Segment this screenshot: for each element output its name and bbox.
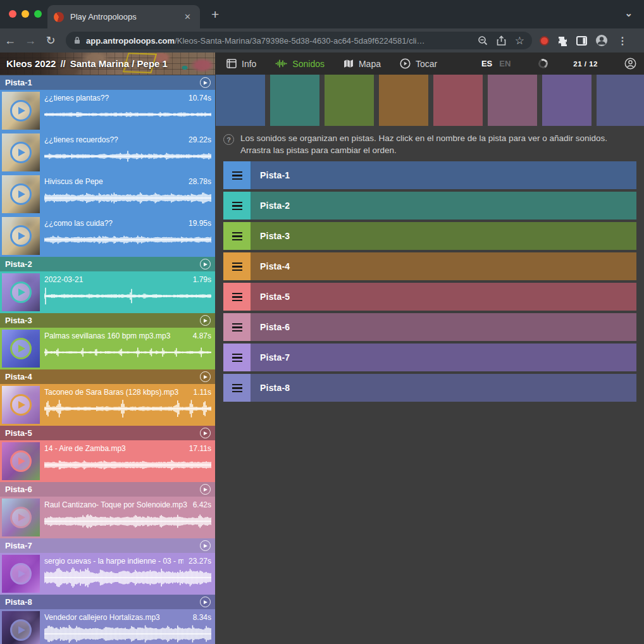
clip-waveform[interactable] <box>44 145 211 168</box>
drag-handle[interactable] <box>223 344 251 371</box>
track-row-bar[interactable]: Pista-1 <box>251 161 636 189</box>
track-header[interactable]: Pista-2 <box>0 257 215 271</box>
new-tab-button[interactable]: + <box>207 6 223 23</box>
nav-tab-tocar[interactable]: Tocar <box>400 58 437 69</box>
clip-waveform[interactable] <box>44 566 211 589</box>
close-window-button[interactable] <box>9 10 16 18</box>
clip-item[interactable]: 2022-03-211.79s <box>0 271 215 313</box>
track-row[interactable]: Pista-4 <box>223 252 636 280</box>
clip-play-button[interactable] <box>10 225 32 247</box>
nav-tab-mapa[interactable]: Mapa <box>344 59 381 69</box>
track-row[interactable]: Pista-2 <box>223 192 636 220</box>
share-icon[interactable] <box>497 35 506 46</box>
track-play-button[interactable] <box>200 259 211 269</box>
drag-handle[interactable] <box>223 161 251 189</box>
clip-item[interactable]: Palmas sevillanas 160 bpm mp3.mp34.87s <box>0 328 215 369</box>
track-play-button[interactable] <box>200 77 211 88</box>
forward-button[interactable]: → <box>20 34 40 47</box>
clip-waveform[interactable] <box>44 228 211 251</box>
lang-en-button[interactable]: EN <box>499 59 511 68</box>
clip-item[interactable]: ¿¿tienes recuerdos??29.22s <box>0 132 215 173</box>
tab-search-chevron-icon[interactable]: ⌄ <box>624 8 633 19</box>
clip-item[interactable]: ¿¿tienes plantas??10.74s <box>0 90 215 132</box>
lang-es-button[interactable]: ES <box>481 59 492 68</box>
nav-tab-sonidos[interactable]: Sonidos <box>275 59 325 69</box>
account-icon[interactable] <box>624 58 636 70</box>
browser-tab[interactable]: Play Antropoloops ✕ <box>47 5 200 28</box>
clip-item[interactable]: sergio cuevas - la harpe indienne - 03 -… <box>0 553 215 595</box>
track-play-button[interactable] <box>200 540 211 551</box>
track-header[interactable]: Pista-5 <box>0 426 215 440</box>
drag-handle[interactable] <box>223 374 251 402</box>
track-row[interactable]: Pista-8 <box>223 374 636 402</box>
clip-play-button[interactable] <box>10 563 32 585</box>
track-row-bar[interactable]: Pista-6 <box>251 313 636 341</box>
track-row[interactable]: Pista-6 <box>223 313 636 341</box>
nav-tab-info[interactable]: Info <box>226 59 256 69</box>
track-row-bar[interactable]: Pista-7 <box>251 344 636 371</box>
track-row[interactable]: Pista-7 <box>223 344 636 371</box>
clip-waveform[interactable] <box>44 103 211 126</box>
track-row-bar[interactable]: Pista-2 <box>251 192 636 220</box>
reload-button[interactable]: ↻ <box>40 34 61 47</box>
clip-waveform[interactable] <box>44 187 211 209</box>
clip-play-button[interactable] <box>10 282 32 303</box>
track-row[interactable]: Pista-1 <box>223 161 636 189</box>
clip-waveform[interactable] <box>44 341 211 364</box>
track-row[interactable]: Pista-5 <box>223 283 636 311</box>
clip-play-button[interactable] <box>10 619 32 641</box>
track-row-bar[interactable]: Pista-4 <box>251 252 636 280</box>
track-play-button[interactable] <box>200 371 211 382</box>
track-header[interactable]: Pista-4 <box>0 369 215 384</box>
clip-item[interactable]: ¿¿como las cuida??19.95s <box>0 215 215 257</box>
clip-play-button[interactable] <box>10 450 32 472</box>
drag-handle[interactable] <box>223 222 251 250</box>
track-play-button[interactable] <box>200 484 211 495</box>
breadcrumb-project[interactable]: Kleos 2022 <box>6 58 56 69</box>
clip-waveform[interactable] <box>44 510 211 533</box>
track-header[interactable]: Pista-1 <box>0 75 215 90</box>
track-row-bar[interactable]: Pista-8 <box>251 374 636 402</box>
clip-waveform[interactable] <box>44 285 211 307</box>
zoom-window-button[interactable] <box>34 10 42 18</box>
bookmark-star-icon[interactable]: ☆ <box>515 34 524 47</box>
profile-avatar-icon[interactable] <box>595 34 608 47</box>
clip-item[interactable]: Hiviscus de Pepe28.78s <box>0 173 215 215</box>
screen-record-indicator-icon[interactable] <box>540 36 549 46</box>
clip-item[interactable]: Raul Cantizano- Toque por Solenoide.mp36… <box>0 497 215 538</box>
minimize-window-button[interactable] <box>22 10 29 18</box>
track-row-bar[interactable]: Pista-3 <box>251 222 636 250</box>
drag-handle[interactable] <box>223 252 251 280</box>
track-play-button[interactable] <box>200 428 211 438</box>
tab-close-icon[interactable]: ✕ <box>182 11 194 23</box>
clip-play-button[interactable] <box>10 394 32 416</box>
back-button[interactable]: ← <box>0 34 20 47</box>
side-panel-icon[interactable] <box>576 36 587 46</box>
track-header[interactable]: Pista-6 <box>0 482 215 497</box>
track-row-bar[interactable]: Pista-5 <box>251 283 636 311</box>
clip-waveform[interactable] <box>44 622 211 644</box>
clip-waveform[interactable] <box>44 454 211 476</box>
track-play-button[interactable] <box>200 315 211 326</box>
clip-play-button[interactable] <box>10 507 32 528</box>
track-header[interactable]: Pista-8 <box>0 595 215 609</box>
drag-handle[interactable] <box>223 192 251 220</box>
clip-item[interactable]: Vendedor callejero Hortalizas.mp38.34s <box>0 609 215 644</box>
clip-item[interactable]: 14 - Aire de Zamba.mp317.11s <box>0 440 215 482</box>
zoom-out-icon[interactable] <box>478 35 488 46</box>
track-header[interactable]: Pista-7 <box>0 538 215 553</box>
clip-waveform[interactable] <box>44 397 211 420</box>
drag-handle[interactable] <box>223 283 251 311</box>
clip-play-button[interactable] <box>10 338 32 359</box>
track-play-button[interactable] <box>200 597 211 607</box>
track-row[interactable]: Pista-3 <box>223 222 636 250</box>
extensions-puzzle-icon[interactable] <box>557 35 568 46</box>
track-header[interactable]: Pista-3 <box>0 313 215 328</box>
drag-handle[interactable] <box>223 313 251 341</box>
address-bar[interactable]: app.antropoloops.com/Kleos-Santa-Marina/… <box>66 32 532 49</box>
clip-play-button[interactable] <box>10 142 32 163</box>
clip-play-button[interactable] <box>10 100 32 121</box>
clip-item[interactable]: Taconeo de Sara Baras (128 kbps).mp31.11… <box>0 384 215 426</box>
browser-menu-kebab-icon[interactable]: ⋮ <box>616 35 631 47</box>
clip-play-button[interactable] <box>10 183 32 205</box>
